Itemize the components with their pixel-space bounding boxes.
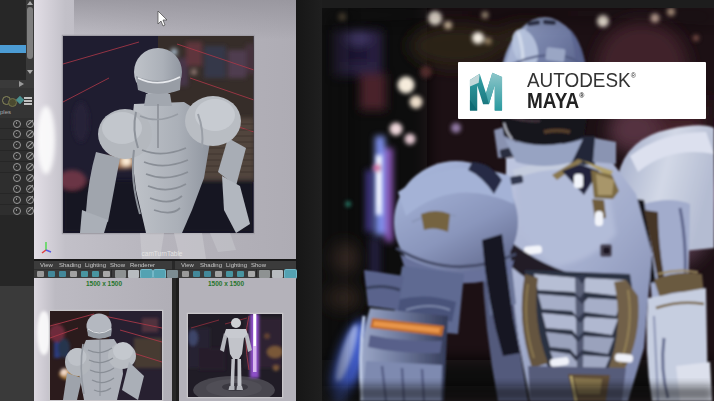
svg-text:1500 x 1500: 1500 x 1500	[86, 280, 123, 287]
svg-text:1500 x 1500: 1500 x 1500	[208, 280, 245, 287]
